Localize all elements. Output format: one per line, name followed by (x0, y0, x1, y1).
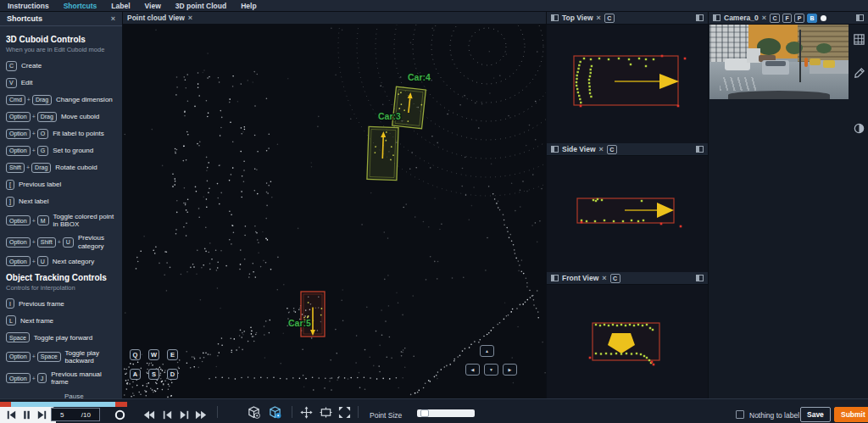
key-badge: M (37, 215, 49, 225)
nav-key-s[interactable]: S (148, 369, 159, 380)
menu-item-instructions[interactable]: Instructions (8, 2, 49, 10)
nav-key-d[interactable]: D (167, 369, 178, 380)
point-cloud-canvas[interactable]: Car:4Car:3Car:5QWEASD▲◀▼▶ (123, 25, 546, 398)
hotkey-badge[interactable]: C (604, 14, 615, 23)
slider-thumb[interactable] (420, 409, 429, 417)
plus-separator: + (32, 131, 36, 136)
rewind-button[interactable] (142, 409, 155, 421)
next-frame-button[interactable] (178, 409, 191, 421)
maximize-icon[interactable] (696, 14, 704, 21)
shortcut-row: Option+MToggle colored point in BBOX (6, 213, 116, 228)
fast-forward-button[interactable] (195, 409, 208, 421)
pause-button[interactable] (20, 409, 33, 421)
shortcuts-sidebar: Shortcuts × 3D Cuboid ControlsWhen you a… (0, 12, 123, 398)
previous-frame-button[interactable] (161, 409, 174, 421)
colored-points-cube-icon[interactable] (269, 406, 281, 419)
key-badge: Option (6, 373, 31, 383)
nav-key-a[interactable]: A (130, 369, 141, 380)
close-icon[interactable]: × (111, 15, 115, 23)
pan-up-button[interactable]: ▲ (480, 345, 494, 357)
maximize-icon[interactable] (696, 275, 704, 281)
fullscreen-button[interactable] (338, 406, 351, 419)
key-badge: [ (6, 180, 14, 190)
skip-to-end-button[interactable] (36, 409, 48, 421)
cuboid-car-3[interactable] (367, 126, 398, 180)
key-badge: Option (6, 146, 31, 156)
menu-item-3d-point-cloud[interactable]: 3D point Cloud (175, 2, 226, 10)
frame-current: 5 (60, 411, 64, 419)
view-svg (547, 156, 706, 272)
pan-right-button[interactable]: ▶ (503, 364, 517, 376)
panel-icon[interactable] (551, 14, 559, 21)
plus-separator: + (32, 239, 36, 245)
side-view-canvas[interactable] (547, 156, 708, 272)
close-icon[interactable]: × (762, 14, 766, 22)
shortcut-row: Shift+DragRotate cuboid (6, 162, 116, 173)
point-size-slider[interactable] (417, 409, 475, 417)
nav-key-q[interactable]: Q (130, 349, 141, 360)
pan-left-button[interactable]: ◀ (465, 364, 480, 376)
key-badge: Space (37, 352, 61, 362)
menu-item-shortcuts[interactable]: Shortcuts (64, 2, 97, 10)
key-badge: Drag (32, 95, 52, 105)
close-icon[interactable]: × (602, 275, 606, 282)
skip-to-start-button[interactable] (5, 409, 18, 421)
point-cloud-title: Point cloud View (127, 14, 185, 22)
frame-total: /10 (81, 411, 91, 419)
toolbar-divider (358, 406, 359, 418)
shortcut-label: Previous frame (19, 300, 64, 308)
cuboid-settings-icon[interactable] (248, 406, 260, 419)
hotkey-badge[interactable]: C (610, 274, 620, 283)
key-badge: Drag (37, 112, 57, 122)
plus-separator: + (27, 97, 31, 103)
top-view-canvas[interactable] (547, 25, 708, 143)
submit-button[interactable]: Submit (834, 407, 868, 422)
camera-hotkey-f[interactable]: F (782, 14, 792, 23)
front-view-canvas[interactable] (547, 285, 708, 398)
panel-icon[interactable] (713, 14, 721, 21)
side-view-panel: Side View × C (547, 143, 708, 272)
menu-item-view[interactable]: View (145, 2, 161, 10)
content: Shortcuts × 3D Cuboid ControlsWhen you a… (0, 12, 868, 398)
nav-key-w[interactable]: W (148, 349, 159, 360)
key-badge: Option (6, 237, 31, 248)
hotkey-badge[interactable]: C (607, 145, 617, 154)
nav-key-e[interactable]: E (167, 349, 178, 360)
maximize-icon[interactable] (856, 14, 864, 21)
frame-counter-input[interactable]: 5 /10 (51, 408, 100, 421)
shortcut-row: Option+UNext category (6, 256, 116, 267)
key-badge: Option (6, 256, 31, 266)
close-icon[interactable]: × (188, 14, 192, 22)
key-badge: J (37, 373, 47, 383)
edit-icon[interactable] (853, 67, 864, 78)
shortcut-label: Move cuboid (61, 113, 99, 120)
close-icon[interactable]: × (597, 14, 601, 22)
sidebar-body: 3D Cuboid ControlsWhen you are in Edit C… (0, 26, 122, 398)
move-tool-button[interactable] (300, 406, 313, 419)
menu-item-help[interactable]: Help (241, 2, 256, 10)
contrast-icon[interactable] (853, 122, 864, 133)
menu-item-label[interactable]: Label (111, 2, 130, 10)
save-button[interactable]: Save (800, 407, 831, 422)
pan-down-button[interactable]: ▼ (484, 364, 498, 376)
shortcut-label: Toggle play forward (34, 334, 92, 342)
panel-icon[interactable] (551, 275, 559, 281)
grid-icon[interactable] (853, 33, 864, 44)
panel-icon[interactable] (551, 146, 559, 153)
camera-hotkey-p[interactable]: P (794, 14, 804, 23)
cuboid-car-5[interactable] (301, 292, 325, 337)
close-icon[interactable]: × (599, 146, 604, 153)
shortcut-label: Toggle play backward (65, 349, 116, 365)
cuboid-car-4[interactable] (392, 86, 426, 128)
maximize-icon[interactable] (696, 146, 704, 153)
shortcut-label: Rotate cuboid (55, 164, 97, 171)
fit-to-frame-button[interactable] (320, 406, 332, 419)
plus-separator: + (32, 376, 36, 381)
shortcut-row: ]Next label (6, 196, 116, 207)
nothing-to-label-text: Nothing to label (749, 411, 799, 420)
loop-button[interactable] (114, 409, 126, 421)
camera-hotkey-c[interactable]: C (770, 14, 780, 23)
nothing-to-label-checkbox[interactable] (736, 410, 744, 419)
circle-toggle-icon[interactable] (821, 15, 826, 21)
camera-hotkey-b[interactable]: B (807, 14, 817, 23)
